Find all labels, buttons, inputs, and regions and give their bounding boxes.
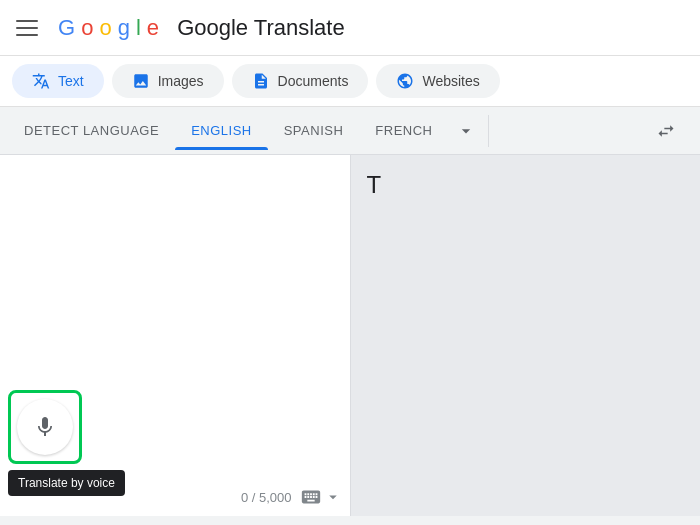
tab-bar: Text Images Documents Websites [0, 56, 700, 107]
mic-wrapper: Translate by voice [8, 390, 82, 464]
language-bar: DETECT LANGUAGE ENGLISH SPANISH FRENCH [0, 107, 700, 155]
tab-documents-label: Documents [278, 73, 349, 89]
source-panel: Translate by voice 0 / 5,000 [0, 155, 351, 516]
translation-area: Translate by voice 0 / 5,000 T [0, 155, 700, 516]
target-text: T [367, 171, 685, 199]
logo: Google Google Translate [58, 15, 345, 41]
tab-images-label: Images [158, 73, 204, 89]
logo-letter-o1: o [81, 15, 93, 41]
keyboard-icon [300, 486, 322, 508]
menu-button[interactable] [16, 20, 38, 36]
lang-more-button[interactable] [448, 113, 484, 149]
logo-letter-g: G [58, 15, 75, 41]
lang-swap-button[interactable] [648, 113, 684, 149]
logo-letter-g2: g [118, 15, 130, 41]
logo-letter-e: e [147, 15, 159, 41]
microphone-icon [33, 415, 57, 439]
image-icon [132, 72, 150, 90]
mic-button[interactable] [17, 399, 73, 455]
tab-documents[interactable]: Documents [232, 64, 369, 98]
header: Google Google Translate [0, 0, 700, 56]
lang-detect[interactable]: DETECT LANGUAGE [8, 111, 175, 150]
tab-websites-label: Websites [422, 73, 479, 89]
tab-websites[interactable]: Websites [376, 64, 499, 98]
source-footer: 0 / 5,000 [8, 486, 342, 508]
swap-icon [656, 121, 676, 141]
lang-divider [488, 115, 489, 147]
logo-letter-l: l [136, 15, 141, 41]
keyboard-button[interactable] [300, 486, 342, 508]
translate-icon [32, 72, 50, 90]
chevron-down-small-icon [324, 488, 342, 506]
lang-french[interactable]: FRENCH [359, 111, 448, 150]
tab-text-label: Text [58, 73, 84, 89]
char-count: 0 / 5,000 [241, 490, 292, 505]
logo-product-name: Google Translate [177, 15, 345, 41]
tab-text[interactable]: Text [12, 64, 104, 98]
mic-highlight-box [8, 390, 82, 464]
lang-english[interactable]: ENGLISH [175, 111, 268, 150]
globe-icon [396, 72, 414, 90]
chevron-down-icon [456, 121, 476, 141]
document-icon [252, 72, 270, 90]
target-panel: T [351, 155, 701, 516]
logo-letter-o2: o [99, 15, 111, 41]
tab-images[interactable]: Images [112, 64, 224, 98]
lang-spanish[interactable]: SPANISH [268, 111, 360, 150]
